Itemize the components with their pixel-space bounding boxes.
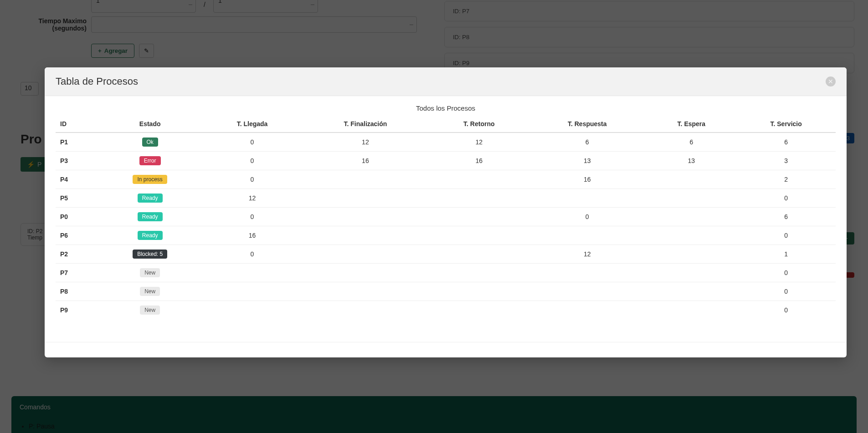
status-badge: Ready [138, 212, 163, 221]
process-card: ID: P8 [444, 27, 854, 47]
comandos-panel: Comandos P: Pausa [11, 396, 857, 433]
table-row: P4In process0162 [56, 170, 836, 189]
cell-llegada [204, 264, 301, 282]
cell-llegada: 16 [204, 226, 301, 245]
right-card-list: ID: P7 ID: P8 ID: P9 [444, 0, 854, 73]
status-badge: New [140, 306, 160, 315]
spinner-left[interactable]: 1 [91, 0, 196, 13]
status-badge: Ready [138, 231, 163, 240]
cell-fin [301, 189, 430, 208]
cell-fin [301, 245, 430, 264]
cell-espera: 6 [646, 132, 736, 152]
cell-fin: 16 [301, 152, 430, 170]
number-input[interactable]: 10 [21, 82, 39, 96]
cell-espera [646, 245, 736, 264]
cell-id: P7 [56, 264, 97, 282]
status-badge: Error [139, 156, 161, 165]
modal-body: Todos los Procesos IDEstadoT. LlegadaT. … [45, 96, 847, 342]
label-tiempo-max: Tiempo Maximo (segundos) [14, 17, 87, 32]
cell-espera: 13 [646, 152, 736, 170]
cell-estado: Blocked: 5 [97, 245, 204, 264]
cell-estado: In process [97, 170, 204, 189]
col-header: T. Llegada [204, 116, 301, 132]
cell-fin [301, 282, 430, 301]
cell-estado: New [97, 264, 204, 282]
bolt-icon: ⚡ [27, 161, 35, 168]
input-tiempo-max[interactable] [91, 16, 417, 33]
cell-servicio: 0 [736, 226, 836, 245]
cell-espera [646, 264, 736, 282]
cell-fin [301, 226, 430, 245]
section-title: Pro [21, 132, 42, 147]
cell-servicio: 6 [736, 132, 836, 152]
cell-servicio: 2 [736, 170, 836, 189]
cell-espera [646, 208, 736, 226]
status-badge: New [140, 268, 160, 277]
cell-espera [646, 226, 736, 245]
status-badge: New [140, 287, 160, 296]
cell-respuesta: 0 [528, 208, 646, 226]
cell-servicio: 1 [736, 245, 836, 264]
spinner-right[interactable]: 1 [213, 0, 318, 13]
cell-fin [301, 264, 430, 282]
modal-close-button[interactable]: ✕ [826, 76, 836, 87]
cell-retorno [430, 282, 528, 301]
cell-servicio: 6 [736, 208, 836, 226]
cell-fin [301, 301, 430, 320]
cell-id: P5 [56, 189, 97, 208]
table-row: P0Ready006 [56, 208, 836, 226]
edit-button[interactable]: ✎ [139, 44, 154, 58]
col-header: T. Servicio [736, 116, 836, 132]
table-caption: Todos los Procesos [56, 104, 836, 112]
add-button[interactable]: + Agregar [91, 44, 134, 58]
cell-retorno [430, 301, 528, 320]
table-row: P9New0 [56, 301, 836, 320]
procesos-table: IDEstadoT. LlegadaT. FinalizaciónT. Reto… [56, 116, 836, 319]
pencil-icon: ✎ [144, 47, 149, 54]
cell-respuesta: 13 [528, 152, 646, 170]
cell-respuesta [528, 264, 646, 282]
status-badge: Blocked: 5 [133, 250, 167, 259]
process-card: ID: P7 [444, 1, 854, 21]
cell-servicio: 3 [736, 152, 836, 170]
cell-estado: Error [97, 152, 204, 170]
cell-llegada: 0 [204, 132, 301, 152]
table-row: P2Blocked: 50121 [56, 245, 836, 264]
cell-retorno [430, 208, 528, 226]
cell-fin: 12 [301, 132, 430, 152]
cell-retorno: 16 [430, 152, 528, 170]
cell-respuesta [528, 301, 646, 320]
cell-id: P1 [56, 132, 97, 152]
table-row: P1Ok01212666 [56, 132, 836, 152]
cell-estado: Ok [97, 132, 204, 152]
table-row: P3Error0161613133 [56, 152, 836, 170]
cell-id: P3 [56, 152, 97, 170]
cell-espera [646, 301, 736, 320]
cell-estado: Ready [97, 189, 204, 208]
cell-retorno [430, 264, 528, 282]
table-row: P6Ready160 [56, 226, 836, 245]
col-header: T. Respuesta [528, 116, 646, 132]
run-button[interactable]: ⚡ P [21, 157, 48, 172]
cell-retorno: 12 [430, 132, 528, 152]
cell-estado: New [97, 282, 204, 301]
cell-id: P4 [56, 170, 97, 189]
cell-llegada: 0 [204, 170, 301, 189]
table-row: P7New0 [56, 264, 836, 282]
comandos-item: P: Pausa [29, 423, 848, 430]
col-header: T. Retorno [430, 116, 528, 132]
cell-estado: Ready [97, 226, 204, 245]
cell-servicio: 0 [736, 189, 836, 208]
cell-estado: New [97, 301, 204, 320]
cell-servicio: 0 [736, 282, 836, 301]
cell-id: P9 [56, 301, 97, 320]
table-row: P8New0 [56, 282, 836, 301]
close-icon: ✕ [828, 78, 833, 85]
col-header: ID [56, 116, 97, 132]
cell-espera [646, 282, 736, 301]
cell-respuesta [528, 189, 646, 208]
cell-id: P8 [56, 282, 97, 301]
cell-fin [301, 208, 430, 226]
status-badge: In process [133, 175, 167, 184]
plus-icon: + [98, 47, 102, 54]
